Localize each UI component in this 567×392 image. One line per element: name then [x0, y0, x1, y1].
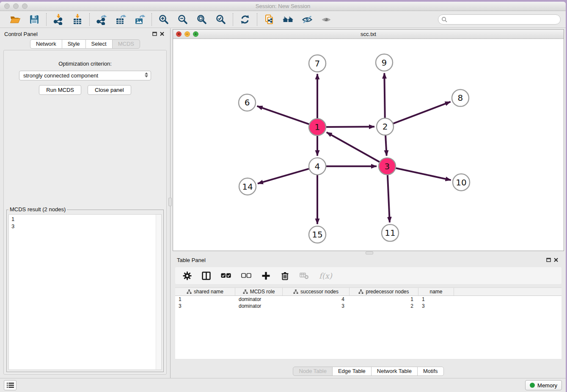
close-mcds-panel-button[interactable]: Close panel	[88, 85, 131, 95]
tab-network-table[interactable]: Network Table	[371, 367, 418, 376]
column-label: name	[429, 289, 442, 295]
graph-node-8[interactable]: 8	[452, 90, 469, 107]
column-header-name[interactable]: name	[418, 288, 454, 295]
zoom-fit-icon	[196, 14, 207, 25]
table-cell: 1	[175, 296, 235, 302]
toolbar-group-export	[90, 14, 151, 25]
tab-style[interactable]: Style	[62, 39, 86, 49]
table-row[interactable]: 3dominator323	[175, 303, 561, 309]
column-header-MCDS-role[interactable]: MCDS role	[235, 288, 283, 295]
mcds-result-values: 1 3	[9, 215, 161, 231]
network-canvas[interactable]: 7968124314101511	[173, 39, 564, 251]
tab-mcds[interactable]: MCDS	[112, 39, 140, 49]
task-history-button[interactable]	[4, 380, 17, 390]
graph-node-15[interactable]: 15	[309, 226, 326, 243]
column-header-successor-nodes[interactable]: successor nodes	[283, 288, 350, 295]
zoom-in-button[interactable]	[158, 14, 170, 25]
shared-column-icon	[243, 289, 248, 294]
zoom-selected-button[interactable]	[215, 14, 227, 25]
graph-node-14[interactable]: 14	[239, 178, 256, 195]
add-column-button[interactable]	[261, 271, 270, 281]
tab-network[interactable]: Network	[30, 39, 62, 49]
delete-column-button[interactable]	[281, 271, 289, 281]
application-window: Session: New Session	[0, 2, 566, 392]
graph-node-9[interactable]: 9	[376, 54, 393, 71]
trash-icon	[281, 271, 289, 280]
table-settings-button[interactable]	[183, 271, 192, 281]
import-table-button[interactable]	[72, 14, 83, 25]
table-row[interactable]: 1dominator411	[175, 296, 561, 303]
tab-select[interactable]: Select	[85, 39, 113, 49]
search-input[interactable]	[449, 16, 557, 22]
network-pages-icon	[264, 14, 275, 25]
delete-table-button[interactable]	[300, 271, 309, 281]
column-label: predecessor nodes	[366, 289, 409, 295]
network-minimize-button[interactable]: −	[184, 31, 190, 37]
network-maximize-button[interactable]: +	[193, 31, 198, 37]
graph-edge-1-6[interactable]	[257, 106, 317, 127]
close-table-panel-button[interactable]	[552, 257, 560, 263]
run-mcds-button[interactable]: Run MCDS	[39, 85, 81, 95]
mcds-result-title: MCDS result (2 nodes)	[8, 206, 67, 213]
window-zoom-button[interactable]	[22, 3, 28, 9]
split-columns-button[interactable]	[202, 271, 211, 281]
float-panel-button[interactable]	[151, 30, 158, 37]
zoom-out-button[interactable]	[177, 14, 189, 25]
network-close-button[interactable]: ✕	[176, 31, 182, 37]
memory-status-button[interactable]: Memory	[525, 380, 562, 390]
graph-node-2[interactable]: 2	[377, 118, 394, 135]
graph-node-3[interactable]: 3	[379, 158, 396, 175]
main-toolbar	[0, 11, 566, 28]
graph-node-10[interactable]: 10	[453, 174, 470, 191]
home-views-button[interactable]	[282, 14, 294, 25]
zoom-fit-button[interactable]	[196, 14, 208, 25]
refresh-layout-button[interactable]	[239, 14, 251, 25]
graph-edge-3-10[interactable]	[387, 166, 451, 180]
tab-node-table[interactable]: Node Table	[293, 367, 333, 376]
show-details-button[interactable]	[320, 14, 332, 25]
open-session-button[interactable]	[9, 14, 21, 25]
tab-motifs[interactable]: Motifs	[417, 367, 444, 376]
window-close-button[interactable]	[4, 3, 10, 9]
graph-node-11[interactable]: 11	[382, 224, 399, 241]
status-bar: Memory	[0, 378, 566, 392]
select-all-button[interactable]	[221, 271, 231, 281]
window-minimize-button[interactable]	[13, 3, 19, 9]
float-window-icon	[546, 258, 551, 262]
close-icon	[160, 32, 164, 36]
deselect-all-button[interactable]	[241, 271, 251, 281]
network-overview-button[interactable]	[263, 14, 275, 25]
export-network-button[interactable]	[96, 14, 107, 25]
table-cell: 3	[283, 303, 350, 309]
tab-edge-table[interactable]: Edge Table	[332, 367, 372, 376]
float-table-panel-button[interactable]	[545, 257, 552, 263]
table-cell: 1	[350, 296, 418, 302]
hide-details-button[interactable]	[301, 14, 313, 25]
horizontal-splitter[interactable]	[173, 251, 564, 254]
graph-edge-2-8[interactable]	[385, 102, 451, 127]
graph-node-1[interactable]: 1	[309, 119, 326, 135]
optimization-criterion-select[interactable]: strongly connected component	[19, 71, 151, 80]
result-scrollbar[interactable]	[156, 215, 161, 370]
graph-edge-3-1[interactable]	[327, 132, 387, 166]
select-stepper-icon	[145, 72, 148, 77]
column-header-shared-name[interactable]: shared name	[175, 288, 235, 295]
save-session-button[interactable]	[28, 14, 40, 25]
graph-node-6[interactable]: 6	[239, 94, 256, 111]
column-label: successor nodes	[300, 289, 339, 295]
splitter-grip-icon[interactable]	[168, 198, 172, 206]
export-table-button[interactable]	[115, 14, 127, 25]
graph-edge-4-14[interactable]	[258, 166, 317, 184]
mcds-result-list[interactable]: 1 3	[8, 214, 162, 370]
splitter-grip-icon[interactable]	[366, 251, 373, 254]
function-builder-button[interactable]: f(x)	[319, 271, 332, 281]
export-image-button[interactable]	[134, 14, 146, 25]
import-network-button[interactable]	[52, 14, 64, 25]
zoom-in-icon	[158, 14, 169, 25]
graph-node-7[interactable]: 7	[309, 55, 326, 72]
column-header-predecessor-nodes[interactable]: predecessor nodes	[350, 288, 418, 295]
graph-node-4[interactable]: 4	[309, 158, 326, 175]
table-cell: dominator	[235, 296, 283, 302]
export-table-icon	[115, 14, 126, 25]
close-panel-button[interactable]	[158, 30, 166, 37]
